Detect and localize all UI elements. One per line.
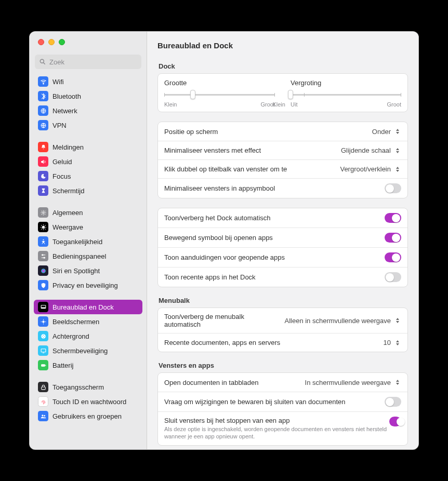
chevron-updown-icon [394,165,401,173]
sidebar-item-label: Touch ID en wachtwoord [52,398,126,406]
select-recent-items[interactable]: 10 [384,339,401,347]
sidebar-item-bureaublad-en-dock[interactable]: Bureaublad en Dock [34,300,142,314]
beeldschermen-icon [38,316,48,327]
row-minimize-effect-label: Minimaliseer vensters met effect [164,146,341,154]
sidebar-item-gebruikers-en-groepen[interactable]: Gebruikers en groepen [34,409,142,423]
sidebar-item-bedieningspaneel[interactable]: Bedieningspaneel [34,249,142,263]
sidebar-item-geluid[interactable]: Geluid [34,154,142,169]
sidebar-item-privacy-en-beveiliging[interactable]: Privacy en beveiliging [34,278,142,292]
row-open-tabs-label: Open documenten in tabbladen [164,379,305,386]
sidebar-item-meldingen[interactable]: Meldingen [34,140,142,154]
bedieningspaneel-icon [38,251,48,261]
schermbeveiliging-icon [38,345,48,356]
window-controls [30,32,147,51]
sidebar-item-wifi[interactable]: Wifi [34,74,142,89]
sidebar-item-bluetooth[interactable]: Bluetooth [34,89,142,103]
slider-magnification[interactable]: Vergroting Uit Klein Groot [291,79,401,108]
select-mb-autohide[interactable]: Alleen in schermvullende weergave [284,316,401,325]
sidebar-item-weergave[interactable]: Weergave [34,220,142,234]
toggle-minimize-into-app[interactable] [385,183,401,193]
sidebar-list[interactable]: WifiBluetoothNetwerkVPNMeldingenGeluidFo… [30,73,147,449]
row-minimize-into-app: Minimaliseer vensters in appsymbool [158,178,407,198]
svg-point-19 [44,257,45,258]
row-minapp-label: Minimaliseer vensters in appsymbool [164,184,385,192]
sidebar-item-netwerk[interactable]: Netwerk [34,103,142,118]
toggle-close-windows-on-quit[interactable] [389,417,401,426]
minimize-window-button[interactable] [48,39,55,45]
select-dbl-value: Vergroot/verklein [340,165,391,173]
svg-point-15 [43,239,44,240]
sidebar-item-achtergrond[interactable]: Achtergrond [34,329,142,343]
select-position[interactable]: Onder [372,127,401,136]
algemeen-icon [38,207,48,218]
sidebar-item-vpn[interactable]: VPN [34,118,142,132]
toggle-ask-to-save[interactable] [385,397,401,407]
svg-rect-23 [42,308,42,308]
svg-point-5 [42,211,44,213]
sidebar-item-focus[interactable]: Focus [34,169,142,183]
select-position-value: Onder [372,128,391,136]
touch-id-en-wachtwoord-icon [38,396,48,407]
panel-windows: Open documenten in tabbladen In schermvu… [157,372,408,446]
sidebar-item-beeldschermen[interactable]: Beeldschermen [34,314,142,329]
row-bounce-label: Bewegend symbool bij openen apps [164,234,385,242]
privacy-en-beveiliging-icon [38,280,48,290]
select-open-tabs[interactable]: In schermvullende weergave [305,378,401,386]
meldingen-icon [38,142,48,152]
toegangsscherm-icon [38,382,48,392]
sidebar-item-label: Bluetooth [52,92,81,100]
row-close-sublabel: Als deze optie is ingeschakeld, worden g… [164,425,389,440]
weergave-icon [38,222,48,232]
sidebar-item-label: Bureaublad en Dock [52,303,114,311]
main-scroll[interactable]: Bureaublad en Dock Dock Grootte Klein [147,32,418,449]
toggle-recent-apps[interactable] [385,272,401,282]
slider-size[interactable]: Grootte Klein Groot [164,79,275,108]
panel-dock-options-1: Positie op scherm Onder Minimaliseer ven… [157,122,408,198]
toggle-autohide-dock[interactable] [385,213,401,223]
select-mb-autohide-value: Alleen in schermvullende weergave [284,317,391,325]
svg-line-13 [45,225,45,225]
row-recent-label: Toon recente apps in het Dock [164,273,385,281]
sidebar-item-label: Algemeen [52,209,83,217]
sidebar-item-schermbeveiliging[interactable]: Schermbeveiliging [34,343,142,358]
sidebar-item-label: Weergave [52,223,83,231]
sidebar-item-siri-en-spotlight[interactable]: Siri en Spotlight [34,263,142,278]
sidebar-item-label: Beeldschermen [52,318,99,326]
select-dbl[interactable]: Vergroot/verklein [340,165,401,173]
slider-size-min: Klein [164,101,177,108]
row-position[interactable]: Positie op scherm Onder [158,122,407,141]
search-input[interactable]: Zoek [35,55,141,69]
sidebar-item-label: VPN [52,122,67,129]
chevron-updown-icon [394,378,401,386]
row-minimize-effect[interactable]: Minimaliseer vensters met effect Glijden… [158,141,407,159]
sidebar-item-touch-id-en-wachtwoord[interactable]: Touch ID en wachtwoord [34,394,142,409]
sidebar-item-label: Bedieningspaneel [52,252,106,260]
row-menubar-autohide[interactable]: Toon/verberg de menubalk automatisch All… [158,308,407,333]
sidebar-item-label: Schermbeveiliging [52,347,108,355]
close-window-button[interactable] [38,39,44,45]
search-icon [39,58,46,65]
slider-mag-label: Vergroting [291,79,401,87]
sidebar-item-toegangsscherm[interactable]: Toegangsscherm [34,380,142,394]
svg-rect-34 [41,364,45,366]
sidebar-item-algemeen[interactable]: Algemeen [34,205,142,220]
toggle-indicators[interactable] [385,252,401,262]
sidebar-item-batterij[interactable]: Batterij [34,358,142,372]
toggle-animate-open[interactable] [385,233,401,243]
sidebar-item-schermtijd[interactable]: Schermtijd [34,183,142,198]
sidebar-item-label: Batterij [52,362,73,369]
settings-window: Zoek WifiBluetoothNetwerkVPNMeldingenGel… [29,31,419,450]
sidebar-item-toegankelijkheid[interactable]: Toegankelijkheid [34,234,142,249]
chevron-updown-icon [394,316,401,325]
fullscreen-window-button[interactable] [59,39,65,45]
sidebar-item-label: Schermtijd [52,187,84,195]
page-title: Bureaublad en Dock [157,32,408,59]
select-recent-items-value: 10 [384,339,391,346]
sidebar-item-label: Privacy en beveiliging [52,282,118,289]
row-double-click-titlebar[interactable]: Klik dubbel op titelbalk van venster om … [158,159,407,178]
row-open-in-tabs[interactable]: Open documenten in tabbladen In schermvu… [158,373,407,392]
panel-dock-sliders: Grootte Klein Groot Vergroting [157,73,408,112]
row-autohide-label: Toon/verberg het Dock automatisch [164,214,385,222]
row-recent-items[interactable]: Recente documenten, apps en servers 10 [158,333,407,352]
select-minimize-effect[interactable]: Glijdende schaal [341,146,401,155]
